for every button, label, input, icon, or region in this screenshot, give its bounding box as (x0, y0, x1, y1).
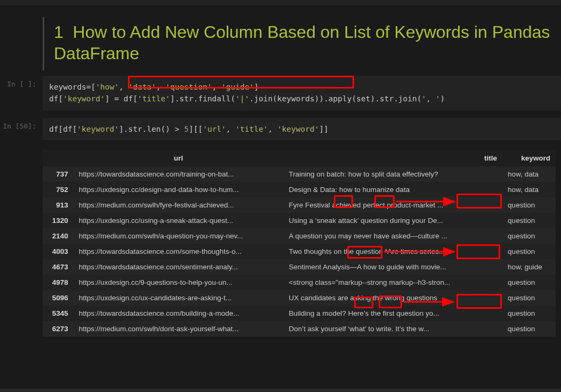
input-prompt: In [50]: (0, 118, 43, 140)
table-row: 913https://medium.com/swlh/fyre-festival… (43, 197, 556, 213)
prompt-gutter (0, 17, 43, 70)
cell-url: https://uxdesign.cc/using-a-sneak-attack… (74, 213, 284, 228)
cell-url: https://medium.com/swlh/fyre-festival-ac… (74, 197, 284, 213)
heading-number: 1 (54, 22, 63, 42)
table-row: 1320https://uxdesign.cc/using-a-sneak-at… (43, 213, 556, 228)
table-row: 4978https://uxdesign.cc/9-questions-to-h… (43, 275, 556, 290)
table-row: 5096https://uxdesign.cc/ux-candidates-ar… (43, 290, 556, 306)
row-index: 752 (43, 182, 74, 197)
cell-keyword: how, data (502, 182, 556, 197)
cell-url: https://medium.com/swlh/a-question-you-m… (74, 228, 284, 244)
code-cell: In [ ]: keywords=['how', 'data', 'questi… (0, 76, 561, 110)
table-row: 6273https://medium.com/swlh/dont-ask-you… (43, 321, 556, 337)
row-index: 737 (43, 166, 74, 182)
code-input-area[interactable]: keywords=['how', 'data', 'question', 'gu… (43, 76, 561, 110)
cell-keyword: question (502, 228, 556, 244)
table-row: 4673https://towardsdatascience.com/senti… (43, 259, 556, 275)
cell-title: Using a ‘sneak attack’ question during y… (284, 213, 503, 228)
cell-title: Design & Data: how to humanize data (284, 182, 503, 197)
cell-title: UX candidates are asking the wrong quest… (284, 290, 503, 306)
row-index: 2140 (43, 228, 74, 244)
cell-keyword: question (502, 290, 556, 306)
table-header-row: url title keyword (43, 150, 556, 166)
dataframe-table: url title keyword 737https://towardsdata… (43, 150, 556, 337)
row-index: 6273 (43, 321, 74, 337)
table-row: 4003https://towardsdatascience.com/some-… (43, 244, 556, 259)
col-header-keyword: keyword (502, 150, 556, 166)
cell-url: https://towardsdatascience.com/sentiment… (74, 259, 284, 275)
cell-url: https://uxdesign.cc/9-questions-to-help-… (74, 275, 284, 290)
markdown-cell: 1 How to Add New Column Based on List of… (0, 17, 561, 70)
cell-url: https://uxdesign.cc/ux-candidates-are-as… (74, 290, 284, 306)
row-index: 5345 (43, 306, 74, 321)
table-row: 5345https://towardsdatascience.com/build… (43, 306, 556, 321)
table-row: 752https://uxdesign.cc/design-and-data-h… (43, 182, 556, 197)
row-index: 4003 (43, 244, 74, 259)
col-header-url: url (74, 150, 284, 166)
row-index: 913 (43, 197, 74, 213)
cell-keyword: how, data (502, 166, 556, 182)
cell-keyword: question (502, 197, 556, 213)
heading-text: How to Add New Column Based on List of K… (54, 22, 550, 63)
cell-keyword: question (502, 213, 556, 228)
cell-title: <strong class="markup--strong markup--h3… (284, 275, 503, 290)
table-row: 737https://towardsdatascience.com/traini… (43, 166, 556, 182)
cell-url: https://towardsdatascience.com/training-… (74, 166, 284, 182)
cell-title: A question you may never have asked—cult… (284, 228, 503, 244)
cell-keyword: question (502, 275, 556, 290)
cell-url: https://towardsdatascience.com/building-… (74, 306, 284, 321)
section-heading: 1 How to Add New Column Based on List of… (54, 21, 561, 64)
cell-keyword: how, guide (502, 259, 556, 275)
row-index: 4673 (43, 259, 74, 275)
cell-title: Two thoughts on the question “Are times … (284, 244, 503, 259)
cell-keyword: question (502, 244, 556, 259)
col-header-title: title (284, 150, 503, 166)
cell-title: Training on batch: how to split data eff… (284, 166, 503, 182)
table-row: 2140https://medium.com/swlh/a-question-y… (43, 228, 556, 244)
row-index: 1320 (43, 213, 74, 228)
code-input-area[interactable]: df[df['keyword'].str.len() > 5][['url', … (43, 118, 561, 140)
window-top-bar (0, 0, 561, 6)
cell-keyword: question (502, 306, 556, 321)
heading-cell: 1 How to Add New Column Based on List of… (43, 17, 561, 70)
cell-title: Don’t ask yourself ‘what’ to write. It’s… (284, 321, 503, 337)
input-prompt: In [ ]: (0, 76, 43, 110)
row-index: 4978 (43, 275, 74, 290)
row-index: 5096 (43, 290, 74, 306)
bottom-strip (0, 389, 561, 392)
cell-title: Sentiment Analysis—A how to guide with m… (284, 259, 503, 275)
cell-url: https://uxdesign.cc/design-and-data-how-… (74, 182, 284, 197)
code-cell: In [50]: df[df['keyword'].str.len() > 5]… (0, 118, 561, 140)
cell-title: Fyre Festival achieved perfect product-m… (284, 197, 503, 213)
cell-url: https://medium.com/swlh/dont-ask-yoursel… (74, 321, 284, 337)
cell-url: https://towardsdatascience.com/some-thou… (74, 244, 284, 259)
cell-keyword: question (502, 321, 556, 337)
cell-output: url title keyword 737https://towardsdata… (43, 150, 556, 337)
cell-title: Building a model? Here’s the first quest… (284, 306, 503, 321)
